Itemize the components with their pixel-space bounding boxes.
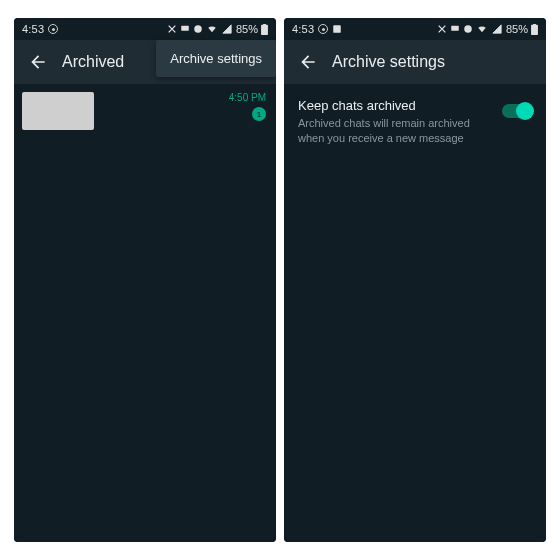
- screen-body: Keep chats archived Archived chats will …: [284, 84, 546, 542]
- signal-icon: [491, 24, 503, 34]
- status-icons: 85%: [167, 23, 268, 35]
- android-icon: [193, 24, 203, 34]
- screen-body: 4:50 PM 1: [14, 84, 276, 542]
- svg-rect-4: [333, 25, 341, 33]
- image-icon: [332, 24, 342, 34]
- arrow-back-icon: [28, 52, 48, 72]
- chat-meta: 4:50 PM 1: [229, 92, 266, 121]
- svg-rect-3: [263, 24, 266, 25]
- toggle-switch[interactable]: [502, 104, 532, 118]
- signal-icon: [221, 24, 233, 34]
- back-button[interactable]: [18, 42, 58, 82]
- wifi-icon: [206, 24, 218, 34]
- status-clock: 4:53: [292, 23, 314, 35]
- svg-point-1: [194, 25, 202, 33]
- wifi-icon: [476, 24, 488, 34]
- battery-percent: 85%: [506, 23, 528, 35]
- status-bar: 4:53 85%: [284, 18, 546, 40]
- recording-indicator-icon: [318, 24, 328, 34]
- setting-keep-archived[interactable]: Keep chats archived Archived chats will …: [284, 84, 546, 160]
- phone-left: 4:53 85% Archived Archive settings 4:50 …: [14, 18, 276, 542]
- page-title: Archived: [62, 53, 124, 71]
- nfc-icon: [167, 24, 177, 34]
- svg-rect-0: [181, 26, 189, 31]
- svg-rect-7: [531, 24, 538, 34]
- svg-rect-2: [261, 24, 268, 34]
- app-bar: Archive settings: [284, 40, 546, 84]
- cast-icon: [450, 24, 460, 34]
- setting-description: Archived chats will remain archived when…: [298, 116, 492, 146]
- status-icons: 85%: [437, 23, 538, 35]
- android-icon: [463, 24, 473, 34]
- status-clock: 4:53: [22, 23, 44, 35]
- nfc-icon: [437, 24, 447, 34]
- battery-icon: [531, 24, 538, 35]
- svg-point-6: [464, 25, 472, 33]
- back-button[interactable]: [288, 42, 328, 82]
- battery-percent: 85%: [236, 23, 258, 35]
- battery-icon: [261, 24, 268, 35]
- recording-indicator-icon: [48, 24, 58, 34]
- svg-rect-5: [451, 26, 459, 31]
- archived-chat-row[interactable]: 4:50 PM 1: [14, 84, 276, 138]
- page-title: Archive settings: [332, 53, 445, 71]
- arrow-back-icon: [298, 52, 318, 72]
- status-bar: 4:53 85%: [14, 18, 276, 40]
- cast-icon: [180, 24, 190, 34]
- setting-title: Keep chats archived: [298, 98, 492, 113]
- phone-right: 4:53 85% Archive settings Keep chats arc…: [284, 18, 546, 542]
- menu-item-archive-settings[interactable]: Archive settings: [156, 40, 276, 77]
- unread-badge: 1: [252, 107, 266, 121]
- chat-time: 4:50 PM: [229, 92, 266, 103]
- chat-avatar-placeholder: [22, 92, 94, 130]
- setting-text: Keep chats archived Archived chats will …: [298, 98, 492, 146]
- app-bar: Archived Archive settings: [14, 40, 276, 84]
- svg-rect-8: [533, 24, 536, 25]
